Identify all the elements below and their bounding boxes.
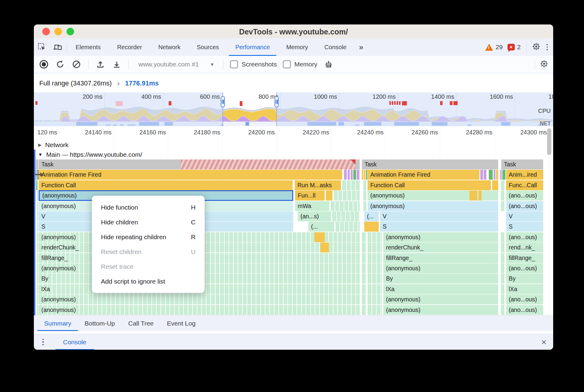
flame-bar-[interactable]: (... [308,222,334,232]
details-tab-summary[interactable]: Summary [37,316,78,331]
flame-bar-anonymous[interactable]: (anonymous) [39,294,360,304]
flame-bar[interactable] [362,243,366,252]
flame-bar[interactable] [36,180,37,190]
flame-bar[interactable] [37,284,38,294]
drawer-tab-console[interactable]: Console [55,334,94,350]
tab-recorder[interactable]: Recorder [109,38,150,56]
flame-bar[interactable] [502,170,505,180]
flame-bar[interactable] [480,170,483,180]
flame-bar-anoous[interactable]: (ano...ous) [506,263,543,273]
flame-bar[interactable] [37,294,38,304]
selection-handle-left[interactable] [221,96,225,108]
flame-bar[interactable] [368,253,382,263]
flame-bar[interactable] [501,201,505,211]
flame-bar[interactable] [332,211,360,221]
flame-bar-anoous[interactable]: (ano...ous) [506,305,543,315]
tab-performance[interactable]: Performance [227,38,278,56]
flame-bar-anonymous[interactable]: (anonymous) [383,294,498,304]
settings-gear-icon[interactable] [532,42,540,52]
flame-bar[interactable] [501,191,505,201]
menu-item-hide-function[interactable]: Hide function H [92,200,205,215]
flame-bar[interactable] [342,180,360,190]
flame-bar[interactable] [362,232,366,242]
flame-bar[interactable] [368,263,382,273]
flame-bar[interactable] [326,191,333,201]
flame-bar-renderchunk[interactable]: renderChunk_ [383,243,498,252]
flame-bar[interactable] [36,170,37,180]
flame-bar[interactable] [368,294,382,304]
vertical-scrollbar[interactable] [547,128,551,155]
flame-bar-functioncall[interactable]: Function Call [368,180,491,190]
flame-bar[interactable] [37,305,38,315]
flame-bar[interactable] [336,222,360,232]
flame-bar-funccall[interactable]: Func...Call [506,180,543,190]
flame-bar[interactable] [501,294,505,304]
flame-bar-anonymous[interactable]: (anonymous) [39,305,360,315]
flame-bar[interactable] [501,253,505,263]
flame-bar-functioncall[interactable]: Function Call [39,180,293,190]
flame-bar[interactable] [501,232,505,242]
screenshots-checkbox[interactable]: Screenshots [230,60,277,68]
tab-network[interactable]: Network [150,38,189,56]
record-icon[interactable] [39,59,49,69]
more-options-icon[interactable] [545,43,549,52]
flame-bar-by[interactable]: By [383,274,498,284]
inspect-element-icon[interactable] [37,42,47,52]
clear-icon[interactable] [71,59,82,69]
history-select[interactable]: www.youtube.com #1 ▾ [135,61,216,68]
flame-bar[interactable] [500,170,502,180]
timeline-overview[interactable]: 200 ms400 ms600 ms800 ms1000 ms1200 ms14… [34,92,553,127]
flame-bar-task[interactable]: Task [501,159,543,169]
flame-bar[interactable] [362,253,366,263]
flame-bar-s[interactable]: S [506,222,543,232]
flame-bar[interactable] [181,159,355,169]
flame-bar[interactable] [501,180,505,190]
flame-bar[interactable] [357,170,359,180]
flame-bar-ans[interactable]: (an...s) [298,211,331,221]
tab-elements[interactable]: Elements [67,38,109,56]
flame-bar[interactable] [501,284,505,294]
flame-bar[interactable] [37,243,38,252]
flame-bar[interactable] [368,274,382,284]
flame-bar-anonymous[interactable]: (anonymous) [383,305,498,315]
flame-bar[interactable] [469,191,477,201]
flame-bar-v[interactable]: V [380,211,498,221]
flame-bar[interactable] [496,170,498,180]
flame-bar[interactable] [334,191,360,201]
tab-sources[interactable]: Sources [189,38,227,56]
upload-profile-icon[interactable] [95,59,105,69]
reload-and-record-icon[interactable] [55,59,65,69]
drawer-menu-icon[interactable] [41,338,45,347]
flame-bar-lxa[interactable]: lXa [383,284,498,294]
flame-bar-v[interactable]: V [506,211,543,221]
flame-bar-rendnk[interactable]: rend...nk_ [506,243,543,252]
flame-bar[interactable] [363,201,366,211]
flame-bar[interactable] [320,243,329,252]
flame-bar[interactable] [37,222,38,232]
flame-bar[interactable] [37,191,38,201]
flame-bar[interactable] [348,170,350,180]
flame-bar-animired[interactable]: Anim...ired [506,170,543,180]
flame-bar[interactable] [37,263,38,273]
flame-bar-funll[interactable]: Fun...ll [295,191,325,201]
flame-bar-runmasks[interactable]: Run M...asks [295,180,341,190]
disclosure-collapsed-icon[interactable]: ▶ [38,142,42,148]
flame-bar[interactable] [494,170,495,180]
memory-checkbox[interactable]: Memory [283,60,317,68]
more-tabs-icon[interactable]: » [355,38,367,56]
flame-bar[interactable] [314,232,325,242]
details-tab-bottom-up[interactable]: Bottom-Up [78,316,122,331]
flame-bar[interactable] [37,211,38,221]
flame-bar[interactable] [364,170,365,180]
flame-bar[interactable] [492,180,498,190]
flame-bar[interactable] [501,243,505,252]
tab-memory[interactable]: Memory [278,38,316,56]
flame-bar[interactable] [501,305,505,315]
flame-bar-anonymous[interactable]: (anonymous) [383,263,498,273]
flame-bar-anonymous[interactable]: (anonymous) [368,201,498,211]
flame-bar-by[interactable]: By [506,274,543,284]
flame-bar-task[interactable]: Task [362,159,498,169]
flame-bar[interactable] [501,263,505,273]
menu-item-hide-children[interactable]: Hide children C [92,215,205,230]
disclosure-expanded-icon[interactable]: ▼ [38,152,43,157]
